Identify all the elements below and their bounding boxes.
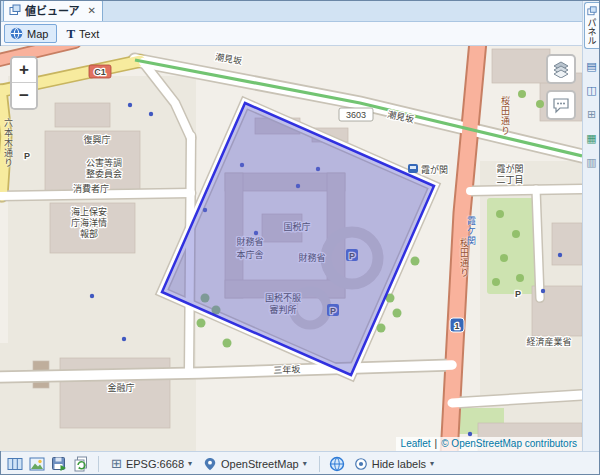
epsg-selector[interactable]: ⊞ EPSG:6668 ▾ [108, 455, 195, 472]
statusbar-divider [319, 456, 320, 472]
route-badge-1: 1 [450, 318, 464, 332]
map-attribution: Leaflet | © OpenStreetMap contributors [396, 437, 582, 451]
right-panel-strip: パネル ▤ ◫ ⊞ ▦ ▥ [582, 0, 600, 451]
label-kasumigaseki-cho-1: 霞が関 [496, 163, 523, 174]
globe-icon [329, 456, 345, 472]
layers-icon [552, 60, 570, 78]
toggle-circle-icon [354, 457, 368, 471]
copy-map-button[interactable] [72, 455, 89, 472]
toolbar: Map T Text [0, 22, 582, 46]
zoom-control: + − [10, 56, 38, 110]
text-mode-icon: T [66, 26, 75, 42]
globe-icon [10, 27, 23, 40]
web-map-button[interactable] [329, 455, 346, 472]
basemap-value: OpenStreetMap [221, 458, 299, 470]
viewer-tab-icon [9, 4, 21, 16]
attribution-separator: | [435, 438, 438, 449]
svg-text:1: 1 [454, 321, 459, 331]
side-comments-icon[interactable]: ◫ [585, 83, 599, 97]
tab-label: 値ビューア [25, 2, 80, 18]
zoom-in-button[interactable]: + [12, 58, 36, 83]
crs-grid-icon: ⊞ [111, 456, 122, 471]
bus-stop-icon [408, 164, 418, 173]
copy-icon [73, 456, 89, 472]
comment-control-button[interactable] [546, 90, 576, 120]
route-badge-c1: C1 [89, 65, 111, 78]
hide-labels-toggle[interactable]: Hide labels ▾ [351, 456, 437, 472]
label-kogai-2: 整委員会 [86, 168, 122, 179]
tab-bar: 値ビューア ✕ [0, 0, 582, 22]
basemap-caret-icon: ▾ [303, 459, 307, 468]
route-badge-3603: 3603 [339, 108, 373, 121]
text-mode-button[interactable]: T Text [60, 23, 108, 45]
parking-label: P [24, 151, 30, 161]
label-kaiho-3: 報部 [80, 228, 98, 239]
text-mode-label: Text [79, 28, 99, 40]
label-fukkocho: 復興庁 [83, 134, 110, 145]
map-canvas[interactable]: 国税庁 財務省 本庁舎 財務省 国税不服 審判所 P P [0, 46, 582, 451]
side-add-panel-icon[interactable]: ⊞ [585, 107, 599, 121]
app-window: 値ビューア ✕ Map T Text [0, 0, 600, 475]
statusbar-divider [98, 456, 99, 472]
hide-labels-caret-icon: ▾ [430, 459, 434, 468]
label-kaiho-2: 庁海洋情 [71, 217, 107, 228]
save-icon [51, 456, 67, 472]
map-pin-icon [203, 457, 217, 471]
map-viewport[interactable]: 国税庁 財務省 本庁舎 財務省 国税不服 審判所 P P [0, 46, 582, 451]
label-kasumigaseki-bus: 霞が関 [421, 164, 448, 175]
status-bar: ⊞ EPSG:6668 ▾ OpenStreetMap ▾ Hide labe [0, 451, 600, 475]
panel-tab-label: パネル [586, 18, 599, 45]
side-layers-icon[interactable]: ▤ [585, 59, 599, 73]
label-kinyucho: 金融庁 [107, 382, 134, 393]
map-window-icon [7, 456, 23, 472]
layers-control-button[interactable] [546, 54, 576, 84]
epsg-value: EPSG:6668 [126, 458, 184, 470]
save-map-button[interactable] [50, 455, 67, 472]
tab-close-icon[interactable]: ✕ [88, 5, 96, 16]
panel-tab[interactable]: パネル [584, 2, 600, 49]
epsg-caret-icon: ▾ [188, 459, 192, 468]
side-grid-icon[interactable]: ▥ [585, 155, 599, 169]
label-kogai-1: 公害等調 [86, 157, 122, 168]
hide-labels-label: Hide labels [372, 458, 426, 470]
basemap-selector[interactable]: OpenStreetMap ▾ [200, 456, 310, 472]
map-window-button[interactable] [6, 455, 23, 472]
image-icon [29, 456, 45, 472]
zoom-out-button[interactable]: − [12, 83, 36, 108]
osm-copyright-link[interactable]: © OpenStreetMap contributors [441, 438, 577, 449]
map-mode-button[interactable]: Map [4, 24, 57, 43]
tab-value-viewer[interactable]: 値ビューア ✕ [3, 0, 103, 21]
label-sannenzaka: 三年坂 [273, 364, 300, 376]
label-kaiho-1: 海上保安 [71, 206, 107, 217]
parking-label: P [515, 289, 521, 299]
svg-text:3603: 3603 [346, 110, 366, 120]
label-kasumigaseki-cho-2: 二丁目 [496, 175, 523, 185]
map-mode-label: Map [27, 28, 48, 40]
leaflet-link[interactable]: Leaflet [401, 438, 431, 449]
svg-text:C1: C1 [94, 67, 106, 77]
side-table-icon[interactable]: ▦ [585, 131, 599, 145]
label-keizaisangyosho: 経済産業省 [526, 336, 571, 347]
panel-tab-icon [587, 6, 597, 16]
label-shohishacho: 消費者庁 [73, 183, 109, 194]
image-export-button[interactable] [28, 455, 45, 472]
speech-bubble-icon [552, 96, 570, 114]
